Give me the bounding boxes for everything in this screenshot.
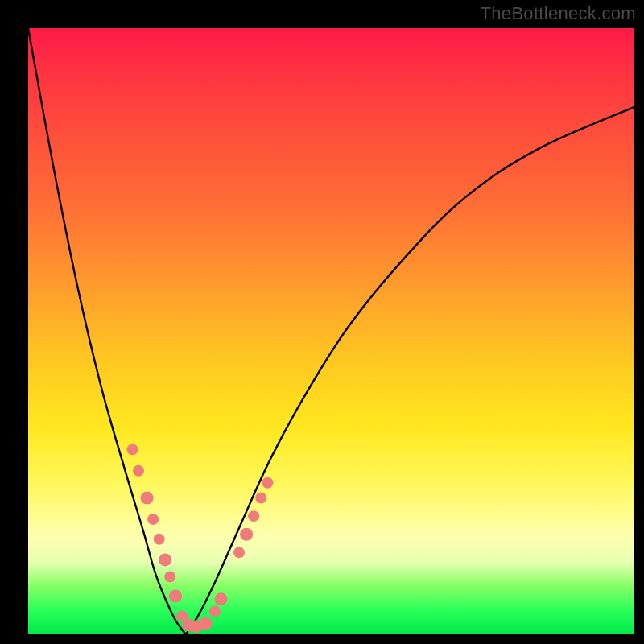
data-marker [200, 617, 213, 630]
data-marker [159, 553, 171, 566]
data-marker [164, 571, 175, 582]
data-marker [233, 547, 245, 558]
data-marker [262, 477, 273, 489]
data-marker [127, 444, 138, 455]
data-marker [133, 465, 144, 477]
data-marker [248, 510, 259, 522]
data-marker [154, 534, 165, 545]
watermark-text: TheBottleneck.com [481, 3, 636, 24]
data-marker [255, 493, 266, 504]
markers-group [127, 444, 274, 633]
data-marker [240, 528, 253, 541]
curve-group [28, 28, 634, 634]
data-marker [209, 605, 221, 617]
chart-svg [28, 28, 634, 634]
data-marker [169, 590, 182, 603]
chart-frame: TheBottleneck.com [0, 0, 644, 644]
data-marker [214, 592, 227, 605]
data-marker [141, 492, 154, 505]
data-marker [147, 514, 159, 525]
curve-right-branch [186, 107, 634, 634]
plot-area [28, 28, 634, 634]
